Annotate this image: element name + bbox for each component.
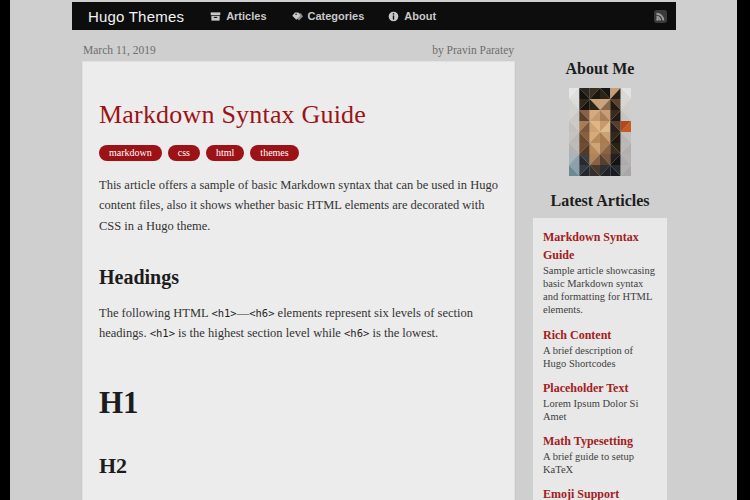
intro-paragraph: This article offers a sample of basic Ma… (99, 175, 498, 236)
section-paragraph: The following HTML <h1>—<h6> elements re… (99, 303, 498, 344)
sample-heading-h2: H2 (99, 453, 498, 479)
list-item: Markdown Syntax Guide Sample article sho… (543, 227, 657, 317)
latest-articles-heading: Latest Articles (533, 192, 667, 210)
top-navbar: Hugo Themes Articles (72, 2, 676, 30)
latest-article-link[interactable]: Placeholder Text (543, 381, 628, 395)
post-meta: March 11, 2019 by Pravin Paratey (82, 44, 515, 56)
rss-icon[interactable] (654, 10, 667, 23)
latest-article-desc: A brief guide to setup KaTeX (543, 450, 657, 476)
latest-article-link[interactable]: Markdown Syntax Guide (543, 230, 639, 262)
section-heading: Headings (99, 266, 498, 289)
page-title: Markdown Syntax Guide (99, 100, 498, 130)
nav-item-articles[interactable]: Articles (210, 10, 266, 22)
latest-articles-list: Markdown Syntax Guide Sample article sho… (533, 218, 667, 500)
post-author: by Pravin Paratey (432, 44, 514, 56)
sidebar: About Me Latest Articles Markdown Syntax… (533, 44, 667, 500)
tags-icon (291, 11, 303, 22)
site-brand[interactable]: Hugo Themes (88, 8, 184, 25)
latest-article-link[interactable]: Emoji Support (543, 487, 619, 500)
latest-article-desc: Lorem Ipsum Dolor Si Amet (543, 397, 657, 423)
screenshot-root: Hugo Themes Articles (0, 0, 750, 500)
tag-pill[interactable]: markdown (99, 145, 162, 161)
page-background: Hugo Themes Articles (10, 0, 737, 500)
nav-item-about[interactable]: About (388, 10, 436, 22)
nav-item-label: Categories (308, 10, 365, 22)
list-item: Emoji Support Guide to emoji usage in Hu… (543, 484, 657, 500)
article-card: Markdown Syntax Guide markdown css html … (82, 61, 515, 500)
post-date: March 11, 2019 (83, 44, 156, 56)
archive-icon (210, 11, 221, 22)
nav-item-categories[interactable]: Categories (291, 10, 365, 22)
latest-article-link[interactable]: Rich Content (543, 328, 611, 342)
nav-item-label: Articles (226, 10, 266, 22)
latest-article-link[interactable]: Math Typesetting (543, 434, 633, 448)
content-area: March 11, 2019 by Pravin Paratey Markdow… (82, 44, 667, 500)
tag-pill[interactable]: css (168, 145, 200, 161)
tag-pill[interactable]: html (206, 145, 244, 161)
list-item: Rich Content A brief description of Hugo… (543, 325, 657, 370)
main-column: March 11, 2019 by Pravin Paratey Markdow… (82, 44, 515, 500)
avatar (569, 88, 631, 176)
info-circle-icon (388, 11, 399, 22)
nav-item-label: About (404, 10, 436, 22)
tag-list: markdown css html themes (99, 145, 498, 161)
latest-article-desc: Sample article showcasing basic Markdown… (543, 264, 657, 317)
list-item: Placeholder Text Lorem Ipsum Dolor Si Am… (543, 378, 657, 423)
tag-pill[interactable]: themes (250, 145, 298, 161)
latest-article-desc: A brief description of Hugo Shortcodes (543, 344, 657, 370)
sample-heading-h1: H1 (99, 385, 498, 421)
list-item: Math Typesetting A brief guide to setup … (543, 431, 657, 476)
about-me-heading: About Me (533, 60, 667, 78)
